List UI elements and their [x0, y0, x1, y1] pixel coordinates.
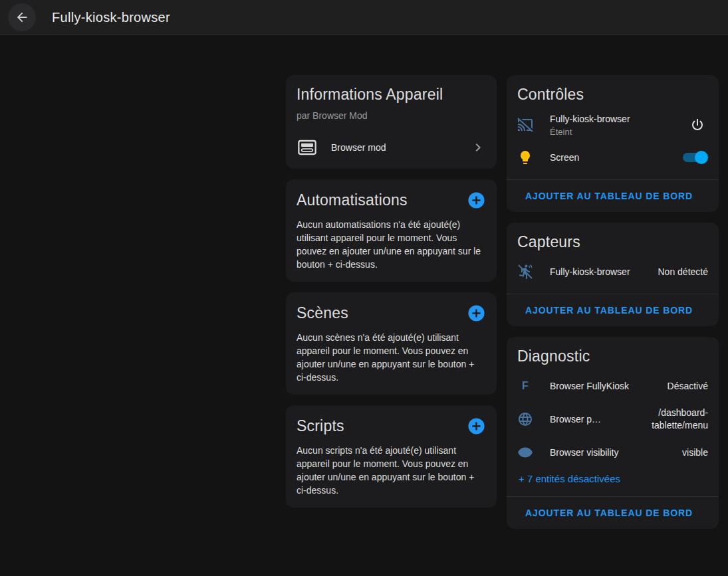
add-scene-button[interactable] — [466, 303, 486, 323]
entity-name: Fully-kiosk-browser — [550, 266, 630, 277]
entity-name: Browser FullyKiosk — [550, 381, 629, 391]
disabled-entities-link[interactable]: + 7 entités désactivées — [519, 473, 620, 484]
device-info-column: Informations Appareil par Browser Mod Br… — [286, 75, 497, 508]
back-button[interactable] — [8, 3, 36, 31]
sensors-title: Capteurs — [517, 233, 708, 251]
screen-toggle[interactable] — [683, 151, 708, 164]
entity-row-motion-sensor[interactable]: Fully-kiosk-browser Non détecté — [517, 260, 708, 283]
scripts-empty-text: Aucun scripts n'a été ajouté(e) utilisan… — [297, 444, 486, 497]
add-automation-button[interactable] — [466, 190, 486, 210]
top-app-bar: Fully-kiosk-browser — [0, 0, 728, 35]
entity-row-screen[interactable]: Screen — [517, 146, 708, 169]
entity-row-browser-visibility[interactable]: Browser visibility visible — [517, 441, 708, 464]
diagnostic-card: Diagnostic F Browser FullyKiosk Désactiv… — [507, 337, 719, 529]
entity-state: /dashboard-tablette/menu — [628, 407, 708, 432]
add-to-dashboard-button[interactable]: AJOUTER AU TABLEAU DE BORD — [507, 497, 719, 529]
back-arrow-icon — [15, 10, 29, 25]
entity-row-fully-kiosk-browser[interactable]: Fully-kiosk-browser Éteint — [517, 113, 708, 137]
eye-icon — [517, 444, 533, 460]
entities-column: Contrôles Fully-kiosk-browser Éteint — [507, 75, 719, 529]
add-to-dashboard-button[interactable]: AJOUTER AU TABLEAU DE BORD — [507, 294, 719, 326]
plus-circle-icon — [467, 191, 486, 210]
scenes-empty-text: Aucun scènes n'a été ajouté(e) utilisant… — [297, 331, 486, 384]
letter-f-icon: F — [517, 378, 533, 394]
entity-name: Screen — [550, 152, 579, 163]
controls-title: Contrôles — [517, 86, 708, 104]
scenes-card: Scènes Aucun scènes n'a été ajouté(e) ut… — [286, 292, 497, 395]
diagnostic-title: Diagnostic — [517, 347, 708, 365]
integration-label: Browser mod — [331, 142, 470, 153]
scenes-title: Scènes — [297, 304, 348, 322]
power-icon — [689, 117, 705, 133]
automations-empty-text: Aucun automatisations n'a été ajouté(e) … — [297, 218, 486, 271]
entity-name: Browser visibility — [550, 447, 618, 458]
cast-off-icon — [517, 117, 533, 133]
globe-icon — [517, 411, 533, 427]
sensors-card: Capteurs Fully-kiosk-browser Non — [507, 223, 719, 326]
device-info-card: Informations Appareil par Browser Mod Br… — [286, 75, 497, 169]
lightbulb-icon — [517, 149, 533, 165]
power-button[interactable] — [687, 114, 708, 136]
entity-state: Non détecté — [658, 266, 709, 278]
chevron-right-icon — [470, 140, 486, 155]
entity-row-browser-fullykiosk[interactable]: F Browser FullyKiosk Désactivé — [517, 375, 708, 397]
automations-card: Automatisations Aucun automatisations n'… — [286, 179, 497, 282]
add-to-dashboard-button[interactable]: AJOUTER AU TABLEAU DE BORD — [507, 180, 719, 212]
browser-mod-icon — [297, 137, 318, 158]
motion-sensor-off-icon — [517, 264, 533, 280]
entity-name: Fully-kiosk-browser — [550, 114, 630, 124]
add-script-button[interactable] — [466, 416, 486, 436]
entity-row-browser-path[interactable]: Browser p… /dashboard-tablette/menu — [517, 407, 708, 432]
controls-card: Contrôles Fully-kiosk-browser Éteint — [507, 75, 719, 212]
entity-state: Désactivé — [667, 380, 708, 393]
scripts-card: Scripts Aucun scripts n'a été ajouté(e) … — [286, 405, 497, 508]
page-title: Fully-kiosk-browser — [52, 10, 170, 25]
entity-secondary-state: Éteint — [550, 127, 687, 137]
device-info-title: Informations Appareil — [297, 86, 486, 104]
integration-link-browser-mod[interactable]: Browser mod — [297, 137, 486, 158]
entity-state: visible — [682, 446, 708, 459]
plus-circle-icon — [467, 304, 486, 323]
plus-circle-icon — [467, 417, 486, 436]
device-manufacturer: par Browser Mod — [297, 110, 486, 121]
automations-title: Automatisations — [297, 191, 408, 209]
scripts-title: Scripts — [297, 417, 344, 435]
entity-name: Browser p… — [550, 414, 601, 425]
